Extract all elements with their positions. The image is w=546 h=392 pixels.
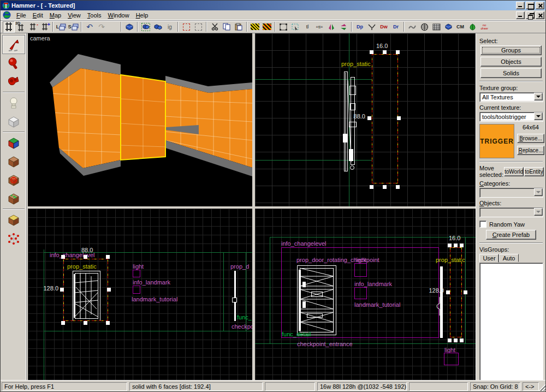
texture-scale-lock-icon[interactable] [261, 21, 273, 33]
group-icon[interactable] [140, 21, 152, 33]
apply-texture-tool-icon[interactable] [3, 152, 25, 170]
auto-selection-icon[interactable] [289, 21, 301, 33]
menu-window[interactable]: Window [104, 11, 132, 20]
texture-preview[interactable]: TRIGGER [479, 124, 514, 158]
flip-horizontal-icon[interactable] [325, 21, 337, 33]
cordon-icon[interactable] [418, 21, 430, 33]
selection-handle[interactable] [84, 321, 87, 325]
overlay-tool-icon[interactable] [3, 189, 25, 207]
current-texture-combo[interactable]: tools/toolstrigger [479, 112, 543, 122]
browse-button[interactable]: Browse... [517, 134, 544, 143]
menu-edit[interactable]: Edit [29, 11, 46, 20]
selection-handle[interactable] [446, 290, 450, 294]
viewport-2d-side[interactable]: prop_static 16.0 88.0 [255, 33, 476, 206]
save-window-state-icon[interactable]: S [67, 21, 79, 33]
maximize-button[interactable] [526, 2, 535, 9]
selection-handle[interactable] [61, 321, 65, 325]
morph-icon[interactable] [406, 21, 418, 33]
toggle-3d-grid-icon[interactable]: 3D [15, 21, 27, 33]
selection-handle[interactable] [60, 288, 64, 292]
clipping-tool-icon[interactable] [3, 211, 25, 229]
create-prefab-button[interactable]: Create Prefab [486, 230, 536, 240]
toggle-grid-icon[interactable] [3, 21, 15, 33]
no-draw-icon[interactable]: nodraw [478, 21, 490, 33]
to-entity-button[interactable]: toEntity [524, 167, 543, 176]
select-touching-icon[interactable] [180, 21, 192, 33]
menu-file[interactable]: File [13, 11, 29, 20]
undo-icon[interactable]: ↶ [84, 21, 96, 33]
model-fade-icon[interactable] [442, 21, 454, 33]
selection-handle[interactable] [84, 255, 87, 259]
load-window-state-icon[interactable]: L [55, 21, 67, 33]
hide-selection-bounds-icon[interactable] [277, 21, 289, 33]
select-objects-button[interactable]: Objects [480, 57, 542, 67]
visgroups-list[interactable] [479, 263, 543, 392]
selection-handle[interactable] [396, 50, 400, 54]
selection-handle[interactable] [107, 288, 111, 292]
minimize-button[interactable] [516, 2, 525, 9]
viewport-3d[interactable]: camera [28, 33, 252, 206]
displacement-paint-icon[interactable]: Dp [354, 21, 366, 33]
selection-handle[interactable] [460, 243, 464, 247]
selection-handle[interactable] [367, 116, 371, 120]
child-minimize-button[interactable] [516, 11, 525, 19]
replace-button[interactable]: Replace... [517, 146, 544, 155]
selection-handle[interactable] [464, 290, 467, 294]
texture-application-icon[interactable]: tl [301, 21, 313, 33]
decal-tool-icon[interactable] [3, 171, 25, 189]
flip-vertical-icon[interactable] [337, 21, 349, 33]
detail-sprites-icon[interactable] [466, 21, 478, 33]
selection-handle[interactable] [397, 116, 401, 120]
selection-handle[interactable] [448, 243, 452, 247]
cut-icon[interactable] [209, 21, 221, 33]
random-yaw-checkbox[interactable] [479, 221, 486, 228]
selection-handle[interactable] [61, 255, 65, 259]
selection-handle[interactable] [448, 338, 452, 342]
menu-help[interactable]: Help [133, 11, 152, 20]
texture-lock-icon[interactable] [249, 21, 261, 33]
select-solids-button[interactable]: Solids [480, 68, 542, 78]
paste-icon[interactable] [233, 21, 245, 33]
menu-view[interactable]: View [64, 11, 84, 20]
magnify-tool-icon[interactable] [3, 54, 25, 72]
close-button[interactable] [536, 2, 544, 9]
selection-handle[interactable] [454, 338, 458, 342]
menu-tools[interactable]: Tools [84, 11, 105, 20]
ignore-groups-icon[interactable]: ig [164, 21, 176, 33]
select-inside-icon[interactable] [192, 21, 204, 33]
child-close-button[interactable] [536, 11, 544, 19]
smaller-grid-icon[interactable]: - [27, 21, 39, 33]
document-icon[interactable] [3, 11, 11, 19]
tab-user[interactable]: User [479, 254, 499, 263]
chevron-down-icon[interactable] [534, 93, 543, 100]
selection-handle[interactable] [460, 338, 464, 342]
menu-map[interactable]: Map [46, 11, 64, 20]
block-tool-icon[interactable] [3, 112, 25, 130]
apply-texture-icon[interactable]: +tl+ [313, 21, 325, 33]
to-world-button[interactable]: toWorld [504, 167, 524, 176]
selection-handle[interactable] [383, 50, 387, 54]
ungroup-icon[interactable] [152, 21, 164, 33]
resize-grip[interactable] [539, 384, 546, 391]
camera-tool-icon[interactable] [3, 73, 25, 91]
carve-icon[interactable] [123, 21, 135, 33]
selection-handle[interactable] [106, 255, 110, 259]
selection-handle[interactable] [370, 185, 373, 189]
displacement-sculpt-icon[interactable] [366, 21, 378, 33]
select-groups-button[interactable]: Groups [480, 45, 542, 55]
redo-icon[interactable]: ↷ [96, 21, 108, 33]
toggle-textures-tool-icon[interactable] [3, 134, 25, 152]
chevron-down-icon[interactable] [534, 112, 543, 120]
copy-icon[interactable] [221, 21, 233, 33]
selection-tool-icon[interactable] [3, 35, 25, 54]
texture-group-combo[interactable]: All Textures [479, 92, 543, 102]
vertex-tool-icon[interactable] [3, 229, 25, 247]
run-map-w-icon[interactable]: Dw [378, 21, 390, 33]
cm-icon[interactable]: CM [454, 21, 466, 33]
selection-handle[interactable] [106, 321, 110, 325]
viewport-2d-front[interactable]: info_changelevel prop_door_rotating_chec… [255, 209, 476, 381]
larger-grid-icon[interactable]: + [39, 21, 51, 33]
selection-handle[interactable] [454, 243, 458, 247]
run-map-r-icon[interactable]: Dr [390, 21, 402, 33]
selection-handle[interactable] [370, 50, 373, 54]
